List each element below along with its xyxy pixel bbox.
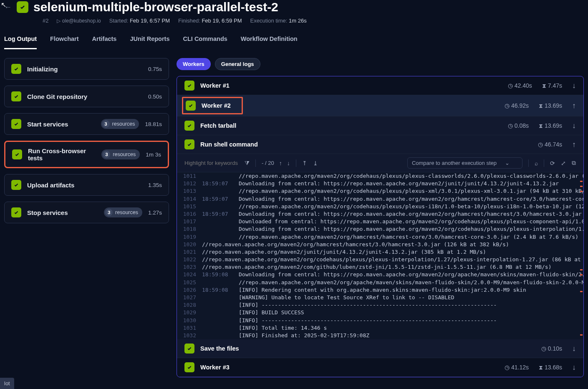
log-line: 1021//repo.maven.apache.org/maven2/junit… — [177, 248, 583, 256]
log-line: 1022//repo.maven.apache.org/maven2/org/c… — [177, 256, 583, 263]
compare-select[interactable]: Compare to another execution step ⌄ — [407, 157, 522, 169]
time-clock: ◷ 46.74s — [538, 141, 562, 148]
expand-arrow-icon[interactable]: ↑ — [572, 101, 576, 110]
step-name: Initializing — [27, 66, 142, 73]
step-name: Clone Git repository — [27, 93, 142, 100]
worker-row[interactable]: Save the files◷ 0.10s↓ — [177, 339, 583, 358]
resources-badge: 3resources — [101, 149, 140, 159]
step-item[interactable]: Start services3resources18.81s — [4, 113, 169, 135]
step-item[interactable]: Clone Git repository0.50s — [4, 86, 169, 107]
search-icon[interactable]: ⌕ — [535, 160, 538, 167]
step-duration: 18.81s — [145, 121, 162, 127]
started-label: Started: Feb 19, 6:57 PM — [109, 18, 170, 24]
check-icon — [184, 121, 194, 131]
worker-name: Fetch tarball — [200, 122, 502, 129]
step-name: Start services — [27, 121, 95, 128]
log-scope-tabs: Workers General logs — [177, 58, 584, 70]
step-name: Upload artifacts — [27, 182, 142, 189]
highlight-input[interactable] — [184, 160, 239, 166]
cursor-icon: ↖ — [1, 1, 6, 9]
time-clock: ◷ 0.10s — [541, 345, 562, 352]
log-line: 1018 Downloading from central: https://r… — [177, 225, 583, 233]
pill-workers[interactable]: Workers — [177, 58, 211, 70]
worker-row[interactable]: Worker #2◷ 46.92s⧗ 13.69s↑ — [177, 95, 583, 116]
tab-artifacts[interactable]: Artifacts — [92, 35, 117, 49]
check-icon — [186, 101, 196, 111]
worker-row[interactable]: Run shell command◷ 46.74s↑ — [177, 135, 583, 154]
log-panel: Worker #1◷ 42.40s⧗ 7.47s↓Worker #2◷ 46.9… — [177, 76, 584, 377]
log-line: 102418:59:08 Downloading from central: h… — [177, 271, 583, 278]
log-line: 101618:59:07 Downloading from central: h… — [177, 210, 583, 218]
expand-arrow-icon[interactable]: ↑ — [572, 140, 576, 149]
highlight-box: Worker #2 — [182, 97, 243, 114]
step-name: Stop services — [27, 209, 98, 216]
tab-junit[interactable]: JUnit Reports — [130, 35, 169, 49]
scroll-bottom-icon[interactable]: ⤓ — [313, 160, 318, 167]
wrap-icon[interactable]: ⟳ — [550, 160, 555, 167]
step-item[interactable]: Initializing0.75s — [4, 58, 169, 80]
check-icon — [12, 149, 22, 159]
log-line: 101418:59:07 Downloading from central: h… — [177, 195, 583, 203]
check-icon — [11, 180, 21, 190]
check-icon — [184, 139, 194, 149]
fullscreen-icon[interactable]: ⤢ — [561, 160, 566, 167]
expand-arrow-icon[interactable]: ↓ — [572, 121, 576, 130]
time-hourglass: ⧗ 13.69s — [539, 122, 562, 129]
worker-name: Worker #1 — [200, 82, 502, 89]
expand-arrow-icon[interactable]: ↓ — [572, 363, 576, 372]
exec-time-label: Execution time: 1m 26s — [250, 18, 307, 24]
resources-badge: 3resources — [101, 119, 139, 129]
play-icon[interactable]: ▷ ole@kubeshop.io — [57, 18, 101, 24]
page-title: selenium-multiple-browser-parallel-test-… — [33, 0, 278, 14]
expand-arrow-icon[interactable]: ↓ — [572, 81, 576, 90]
time-hourglass: ⧗ 13.69s — [539, 102, 562, 109]
step-item[interactable]: Run Cross-browser tests3resources1m 3s — [4, 141, 169, 168]
result-count: - / 20 — [262, 160, 274, 166]
time-hourglass: ⧗ 13.68s — [539, 364, 562, 371]
tab-log-output[interactable]: Log Output — [4, 35, 37, 49]
worker-row[interactable]: Fetch tarball◷ 0.08s⧗ 13.69s↓ — [177, 116, 583, 135]
step-duration: 1m 3s — [146, 152, 161, 158]
step-duration: 1.35s — [148, 182, 162, 188]
log-line: 1027 [WARNING] Unable to locate Test Sou… — [177, 294, 583, 301]
chevron-down-icon: ⌄ — [505, 160, 510, 166]
step-item[interactable]: Stop services3resources1.27s — [4, 202, 169, 223]
log-line: 1019 //repo.maven.apache.org/maven2/org/… — [177, 233, 583, 241]
time-clock: ◷ 46.92s — [505, 102, 529, 109]
log-line: 1025 //repo.maven.apache.org/maven2/org/… — [177, 279, 583, 286]
prev-icon[interactable]: ↑ — [279, 160, 282, 167]
log-toolbar: ⧩- / 20↑↓⤒⤓Compare to another execution … — [177, 154, 583, 172]
time-clock: ◷ 42.40s — [508, 82, 532, 89]
step-item[interactable]: Upload artifacts1.35s — [4, 174, 169, 196]
status-success-icon — [17, 1, 28, 13]
pill-general-logs[interactable]: General logs — [215, 58, 260, 70]
expand-arrow-icon[interactable]: ↓ — [572, 344, 576, 353]
copy-icon[interactable]: ⧉ — [572, 159, 576, 167]
check-icon — [11, 91, 21, 101]
next-icon[interactable]: ↓ — [287, 160, 290, 167]
log-output[interactable]: 1011 //repo.maven.apache.org/maven2/org/… — [177, 172, 583, 339]
scroll-top-icon[interactable]: ⤒ — [302, 160, 307, 167]
filter-icon[interactable]: ⧩ — [245, 159, 250, 167]
worker-row[interactable]: Worker #1◷ 42.40s⧗ 7.47s↓ — [177, 76, 583, 95]
worker-name: Save the files — [200, 345, 535, 352]
worker-name: Run shell command — [200, 141, 532, 148]
log-line: 1020//repo.maven.apache.org/maven2/org/h… — [177, 241, 583, 248]
finished-label: Finished: Feb 19, 6:59 PM — [178, 18, 242, 24]
check-icon — [184, 344, 194, 354]
tab-flowchart[interactable]: Flowchart — [50, 35, 78, 49]
log-line: 101218:59:07 Downloading from central: h… — [177, 180, 583, 187]
tab-workflow[interactable]: Workflow Definition — [241, 35, 298, 49]
worker-name: Worker #2 — [202, 102, 231, 109]
time-clock: ◷ 41.12s — [505, 364, 529, 371]
time-hourglass: ⧗ 7.47s — [542, 82, 562, 89]
step-duration: 1.27s — [148, 210, 162, 216]
log-line: 1013 //repo.maven.apache.org/maven2/org/… — [177, 187, 583, 195]
worker-name: Worker #3 — [200, 364, 499, 371]
worker-row[interactable]: Worker #3◷ 41.12s⧗ 13.68s↓ — [177, 358, 583, 377]
check-icon — [11, 64, 21, 74]
check-icon — [11, 207, 21, 217]
tab-cli[interactable]: CLI Commands — [183, 35, 227, 49]
tab-bar: Log Output Flowchart Artifacts JUnit Rep… — [0, 28, 588, 50]
log-line: 1030 [INFO] ----------------------------… — [177, 317, 583, 324]
